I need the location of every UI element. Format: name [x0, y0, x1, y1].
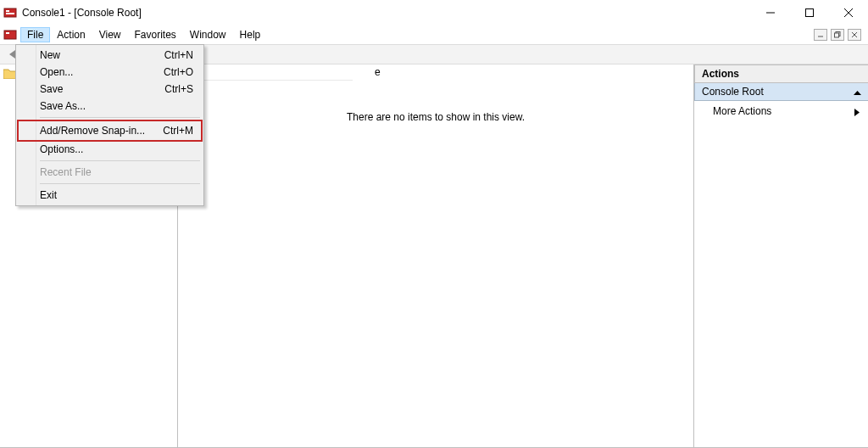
- menubar: File Action View Favorites Window Help: [0, 25, 868, 44]
- collapse-icon[interactable]: [854, 87, 861, 99]
- menu-file[interactable]: File: [20, 27, 50, 42]
- menu-action[interactable]: Action: [50, 27, 92, 42]
- menu-separator: [40, 183, 200, 184]
- svg-rect-4: [806, 8, 814, 16]
- actions-section-console-root[interactable]: Console Root: [694, 83, 868, 101]
- file-menu-save[interactable]: Save Ctrl+S: [18, 81, 202, 98]
- svg-rect-1: [6, 10, 9, 12]
- mmc-doc-icon: [3, 28, 17, 42]
- mmc-app-icon: [3, 6, 17, 20]
- minimize-button[interactable]: [751, 0, 790, 25]
- menu-help[interactable]: Help: [233, 27, 268, 42]
- file-menu-options[interactable]: Options...: [18, 141, 202, 158]
- window-title: Console1 - [Console Root]: [22, 7, 751, 19]
- file-menu-add-remove-snapin[interactable]: Add/Remove Snap-in... Ctrl+M: [18, 120, 202, 141]
- maximize-button[interactable]: [790, 0, 829, 25]
- content-empty-message: There are no items to show in this view.: [178, 111, 693, 123]
- mdi-minimize-button[interactable]: [814, 29, 827, 41]
- menu-separator: [40, 117, 200, 118]
- actions-link-more[interactable]: More Actions: [694, 101, 868, 121]
- svg-rect-2: [6, 13, 14, 14]
- actions-pane: Actions Console Root More Actions: [694, 64, 868, 448]
- submenu-arrow-icon: [854, 107, 860, 119]
- menu-separator: [40, 160, 200, 161]
- file-menu-new[interactable]: New Ctrl+N: [18, 47, 202, 64]
- file-menu-save-as[interactable]: Save As...: [18, 98, 202, 115]
- menu-favorites[interactable]: Favorites: [128, 27, 183, 42]
- file-menu-open[interactable]: Open... Ctrl+O: [18, 64, 202, 81]
- menu-window[interactable]: Window: [183, 27, 233, 42]
- mdi-restore-button[interactable]: [831, 29, 844, 41]
- file-menu-exit[interactable]: Exit: [18, 187, 202, 204]
- mdi-close-button[interactable]: [848, 29, 861, 41]
- svg-rect-11: [835, 33, 839, 37]
- titlebar: Console1 - [Console Root]: [0, 0, 868, 25]
- file-menu-dropdown: New Ctrl+N Open... Ctrl+O Save Ctrl+S Sa…: [15, 44, 204, 206]
- close-button[interactable]: [829, 0, 868, 25]
- actions-link-label: More Actions: [713, 105, 771, 117]
- mdi-controls: [814, 29, 865, 41]
- svg-rect-7: [4, 31, 16, 39]
- actions-pane-title: Actions: [694, 64, 868, 83]
- content-pane[interactable]: Namee There are no items to show in this…: [178, 64, 694, 448]
- actions-section-label: Console Root: [702, 86, 764, 98]
- menu-view[interactable]: View: [92, 27, 128, 42]
- file-menu-recent-file: Recent File: [18, 164, 202, 181]
- window-controls: [751, 0, 868, 25]
- svg-rect-8: [6, 32, 9, 34]
